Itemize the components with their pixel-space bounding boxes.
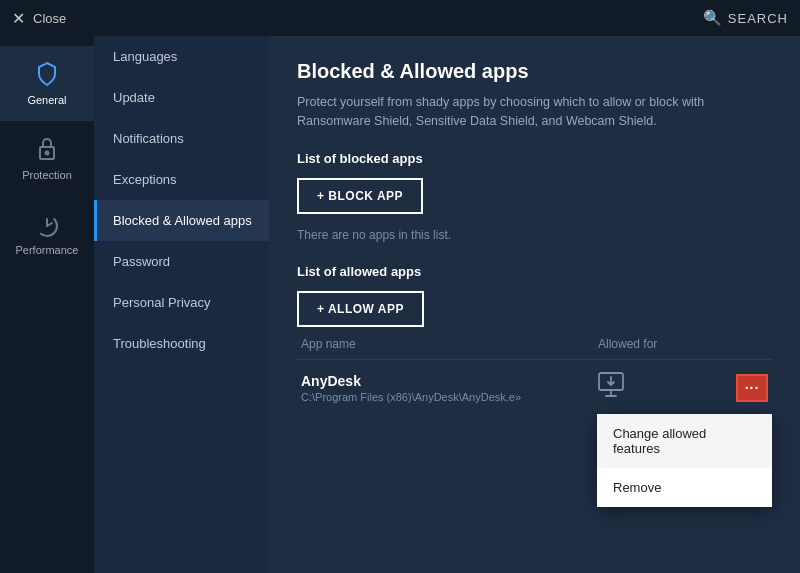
sidebar-icons: General Protection Perform: [0, 36, 94, 573]
close-button[interactable]: ✕ Close: [12, 9, 66, 28]
context-menu-item-remove[interactable]: Remove: [597, 468, 772, 507]
general-label: General: [27, 94, 66, 107]
table-row: AnyDesk C:\Program Files (x86)\AnyDesk\A…: [297, 362, 772, 415]
block-app-button[interactable]: + BLOCK APP: [297, 178, 423, 214]
nav-item-personal-privacy[interactable]: Personal Privacy: [94, 282, 269, 323]
page-description: Protect yourself from shady apps by choo…: [297, 93, 737, 131]
context-menu: Change allowed features Remove: [597, 414, 772, 507]
search-icon: 🔍: [703, 9, 722, 27]
close-label: Close: [33, 11, 66, 26]
sidebar-nav: Languages Update Notifications Exception…: [94, 36, 269, 573]
search-button[interactable]: 🔍 SEARCH: [703, 9, 788, 27]
sidebar-item-protection[interactable]: Protection: [0, 121, 94, 196]
nav-item-troubleshooting[interactable]: Troubleshooting: [94, 323, 269, 364]
nav-item-blocked-allowed[interactable]: Blocked & Allowed apps: [94, 200, 269, 241]
nav-item-password[interactable]: Password: [94, 241, 269, 282]
search-label: SEARCH: [728, 11, 788, 26]
col-allowed-for: Allowed for: [598, 337, 728, 351]
main-layout: General Protection Perform: [0, 36, 800, 573]
svg-point-1: [46, 152, 49, 155]
performance-label: Performance: [16, 244, 79, 257]
app-name: AnyDesk: [301, 373, 598, 389]
title-bar: ✕ Close 🔍 SEARCH: [0, 0, 800, 36]
table-header: App name Allowed for: [297, 337, 772, 360]
close-icon: ✕: [12, 9, 25, 28]
sidebar-item-general[interactable]: General: [0, 46, 94, 121]
app-path: C:\Program Files (x86)\AnyDesk\AnyDesk.e…: [301, 391, 598, 403]
page-title: Blocked & Allowed apps: [297, 60, 772, 83]
nav-item-update[interactable]: Update: [94, 77, 269, 118]
monitor-download-icon: [598, 372, 628, 404]
no-blocked-apps-text: There are no apps in this list.: [297, 228, 772, 242]
protection-label: Protection: [22, 169, 72, 182]
context-menu-item-change-allowed[interactable]: Change allowed features: [597, 414, 772, 468]
blocked-section-title: List of blocked apps: [297, 151, 772, 166]
nav-item-languages[interactable]: Languages: [94, 36, 269, 77]
protection-icon: [33, 135, 61, 163]
general-icon: [33, 60, 61, 88]
app-info: AnyDesk C:\Program Files (x86)\AnyDesk\A…: [301, 373, 598, 403]
allow-app-button[interactable]: + ALLOW APP: [297, 291, 424, 327]
app-allowed-icon: [598, 372, 728, 404]
nav-item-exceptions[interactable]: Exceptions: [94, 159, 269, 200]
more-options-button[interactable]: ···: [736, 374, 768, 402]
sidebar-item-performance[interactable]: Performance: [0, 196, 94, 271]
app-actions: ···: [728, 374, 768, 402]
nav-item-notifications[interactable]: Notifications: [94, 118, 269, 159]
allowed-section-title: List of allowed apps: [297, 264, 772, 279]
performance-icon: [33, 210, 61, 238]
content-area: Blocked & Allowed apps Protect yourself …: [269, 36, 800, 573]
col-actions: [728, 337, 768, 351]
col-app-name: App name: [301, 337, 598, 351]
